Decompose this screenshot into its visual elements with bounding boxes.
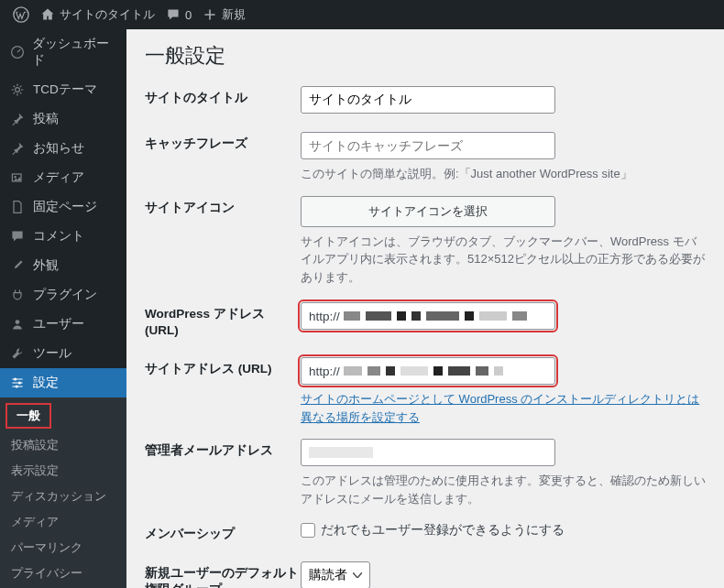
sidebar-item-label: メディア: [33, 169, 84, 186]
default-role-label: 新規ユーザーのデフォルト権限グループ: [145, 561, 301, 588]
tagline-description: このサイトの簡単な説明。例:「Just another WordPress si…: [301, 165, 706, 183]
membership-checkbox-label[interactable]: だれでもユーザー登録ができるようにする: [301, 522, 706, 539]
svg-point-4: [14, 176, 16, 178]
admin-email-input[interactable]: [301, 439, 555, 466]
main-content: 一般設定 サイトのタイトル キャッチフレーズ このサイトの簡単な説明。例:「Ju…: [126, 29, 724, 588]
wrench-icon: [9, 346, 26, 361]
sidebar-item-label: プラグイン: [33, 287, 97, 303]
pin-icon: [9, 112, 26, 126]
sidebar-item-settings[interactable]: 設定: [0, 368, 126, 397]
sidebar-item-users[interactable]: ユーザー: [0, 310, 126, 339]
user-icon: [9, 317, 26, 332]
wp-url-input[interactable]: http://: [301, 302, 555, 330]
sidebar-item-media[interactable]: メディア: [0, 163, 126, 192]
wp-url-prefix: http://: [309, 310, 340, 323]
sliders-icon: [9, 376, 26, 390]
plug-icon: [9, 288, 26, 302]
membership-checkbox[interactable]: [301, 523, 315, 538]
new-label: 新規: [222, 6, 246, 23]
sidebar-item-label: 固定ページ: [33, 199, 97, 215]
comment-icon: [166, 7, 181, 22]
media-icon: [9, 170, 26, 185]
svg-point-5: [16, 320, 20, 324]
wordpress-logo[interactable]: [7, 6, 35, 23]
sidebar-item-tcd-theme[interactable]: TCDテーマ: [0, 75, 126, 104]
site-icon-description: サイトアイコンは、ブラウザのタブ、ブックマークバー、WordPress モバイル…: [301, 233, 706, 287]
sidebar-item-comments[interactable]: コメント: [0, 222, 126, 251]
sidebar-item-tools[interactable]: ツール: [0, 339, 126, 368]
site-url-prefix: http://: [309, 365, 340, 378]
sidebar-item-plugins[interactable]: プラグイン: [0, 280, 126, 310]
submenu-item-privacy[interactable]: プライバシー: [0, 561, 126, 586]
site-icon-label: サイトアイコン: [145, 196, 301, 216]
settings-submenu: 一般 投稿設定 表示設定 ディスカッション メディア パーマリンク プライバシー: [0, 397, 126, 588]
submenu-item-reading[interactable]: 表示設定: [0, 458, 126, 484]
sidebar-item-pages[interactable]: 固定ページ: [0, 192, 126, 222]
sidebar-item-posts[interactable]: 投稿: [0, 104, 126, 134]
admin-sidebar: ダッシュボード TCDテーマ 投稿 お知らせ メディア 固定ページ コメント: [0, 29, 126, 588]
wp-url-label: WordPress アドレス (URL): [145, 302, 301, 339]
submenu-item-discussion[interactable]: ディスカッション: [0, 484, 126, 509]
gear-icon: [9, 82, 26, 97]
sidebar-item-label: 投稿: [33, 111, 59, 127]
sidebar-item-appearance[interactable]: 外観: [0, 251, 126, 280]
sidebar-item-label: 設定: [33, 375, 59, 391]
membership-checkbox-text: だれでもユーザー登録ができるようにする: [321, 522, 565, 539]
submenu-item-writing[interactable]: 投稿設定: [0, 432, 126, 458]
page-icon: [9, 200, 26, 214]
membership-label: メンバーシップ: [145, 522, 301, 542]
sidebar-item-label: お知らせ: [33, 140, 84, 157]
comments-link[interactable]: 0: [160, 7, 197, 22]
sidebar-item-label: ツール: [33, 345, 71, 362]
site-url-label: サイトアドレス (URL): [145, 357, 301, 377]
site-title-input[interactable]: [301, 86, 555, 114]
submenu-item-general[interactable]: 一般: [5, 403, 51, 429]
dashboard-icon: [9, 45, 25, 60]
redacted-text: [344, 307, 547, 325]
submenu-item-permalink[interactable]: パーマリンク: [0, 535, 126, 561]
admin-top-bar: サイトのタイトル 0 新規: [0, 0, 724, 29]
tagline-input[interactable]: [301, 132, 555, 159]
site-home-link[interactable]: サイトのタイトル: [35, 6, 160, 23]
comments-count: 0: [185, 8, 192, 22]
sidebar-item-label: コメント: [33, 228, 84, 245]
sidebar-item-label: 外観: [33, 257, 59, 274]
sidebar-item-dashboard[interactable]: ダッシュボード: [0, 29, 126, 75]
site-title-label: サイトのタイトル: [145, 86, 301, 106]
sidebar-item-label: TCDテーマ: [33, 82, 97, 98]
sidebar-item-news[interactable]: お知らせ: [0, 134, 126, 163]
comment-icon: [9, 229, 26, 244]
brush-icon: [9, 258, 26, 273]
svg-point-7: [18, 381, 21, 384]
plus-icon: [203, 7, 217, 22]
site-url-input[interactable]: http://: [301, 357, 555, 385]
tagline-label: キャッチフレーズ: [145, 132, 301, 152]
pin-icon: [9, 141, 26, 156]
site-icon-select-button[interactable]: サイトアイコンを選択: [301, 196, 555, 227]
home-icon: [40, 7, 55, 22]
svg-point-8: [16, 385, 18, 387]
sidebar-item-label: ユーザー: [33, 316, 84, 332]
top-bar-site-title: サイトのタイトル: [60, 6, 155, 23]
admin-email-description: このアドレスは管理のために使用されます。変更すると、確認のため新しいアドレスにメ…: [301, 472, 706, 507]
site-url-help-link[interactable]: サイトのホームページとして WordPress のインストールディレクトリとは異…: [301, 392, 699, 424]
page-title: 一般設定: [145, 42, 706, 70]
svg-point-6: [14, 377, 16, 380]
svg-point-0: [14, 7, 28, 22]
default-role-select[interactable]: 購読者: [301, 561, 370, 588]
new-content-link[interactable]: 新規: [197, 6, 251, 23]
admin-email-label: 管理者メールアドレス: [145, 439, 301, 459]
submenu-item-media[interactable]: メディア: [0, 509, 126, 535]
sidebar-item-label: ダッシュボード: [32, 36, 117, 69]
svg-point-2: [16, 88, 20, 93]
redacted-text: [344, 362, 547, 380]
redacted-text: [309, 447, 373, 458]
